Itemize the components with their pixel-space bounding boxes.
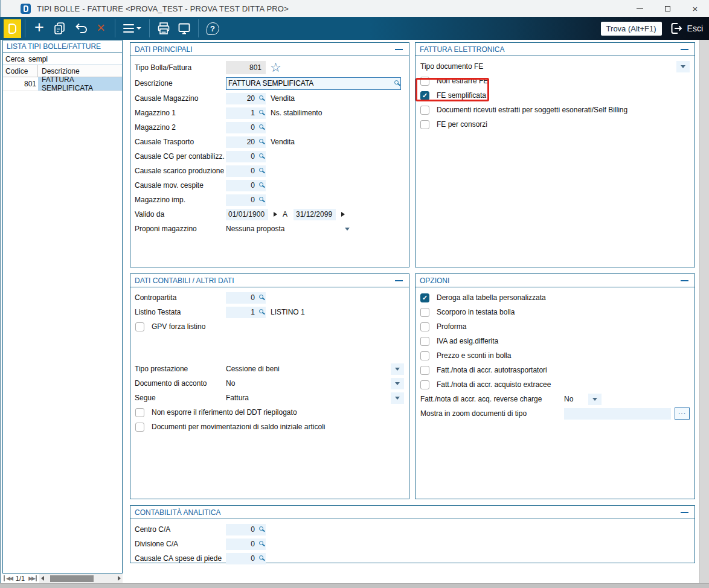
date-picker-arrow-icon[interactable] bbox=[341, 212, 345, 217]
undo-button[interactable] bbox=[70, 19, 91, 38]
segue-dropdown[interactable] bbox=[391, 392, 404, 404]
menu-button[interactable] bbox=[119, 19, 146, 38]
valido-da-field[interactable]: 01/01/1900 bbox=[226, 209, 268, 220]
collapse-button[interactable] bbox=[393, 276, 404, 286]
lookup-icon[interactable] bbox=[259, 197, 263, 201]
exit-button[interactable]: Esci bbox=[669, 21, 703, 36]
collapse-button[interactable] bbox=[679, 508, 690, 517]
magazzino2-field[interactable]: 0 bbox=[226, 122, 266, 133]
minus-icon bbox=[681, 280, 688, 281]
print-button[interactable] bbox=[153, 19, 174, 38]
checkbox-non-estrarre-fe[interactable] bbox=[420, 77, 429, 86]
reverse-charge-dropdown[interactable] bbox=[588, 394, 602, 405]
collapse-button[interactable] bbox=[679, 276, 690, 286]
delete-button[interactable]: × bbox=[91, 19, 111, 38]
last-page-button[interactable]: ▶▶ bbox=[27, 575, 37, 581]
checkbox-label: Fatt./nota di accr. acquisto extracee bbox=[437, 380, 551, 389]
tipo-prestazione-dropdown[interactable] bbox=[391, 363, 404, 375]
minus-icon bbox=[395, 280, 403, 281]
checkbox-scorporo-testata[interactable] bbox=[420, 308, 429, 317]
lookup-icon[interactable] bbox=[259, 309, 263, 313]
lookup-icon[interactable] bbox=[259, 139, 263, 143]
valido-a-field[interactable]: 31/12/2099 bbox=[294, 209, 336, 220]
help-icon: ? bbox=[207, 22, 219, 35]
mostra-zoom-input[interactable] bbox=[564, 408, 671, 420]
search-input[interactable] bbox=[28, 55, 122, 63]
checkbox-fe-per-consorzi[interactable] bbox=[420, 120, 429, 129]
documento-acconto-dropdown[interactable] bbox=[391, 378, 404, 389]
causale-magazzino-field[interactable]: 20 bbox=[226, 93, 266, 104]
causale-ca-field[interactable]: 0 bbox=[226, 553, 266, 564]
lookup-icon[interactable] bbox=[259, 526, 263, 531]
magazzino1-field[interactable]: 1 bbox=[226, 107, 266, 119]
lookup-icon[interactable] bbox=[259, 110, 263, 114]
checkbox-accr-autotrasportatori[interactable] bbox=[420, 366, 429, 375]
table-row[interactable]: 801 FATTURA SEMPLIFICATA bbox=[3, 77, 122, 91]
causale-trasporto-field[interactable]: 20 bbox=[226, 136, 266, 148]
new-button[interactable]: + bbox=[29, 19, 50, 38]
chevron-down-icon bbox=[345, 228, 350, 231]
checkbox-label: FE semplificata bbox=[437, 91, 486, 100]
listino-testata-field[interactable]: 1 bbox=[226, 307, 266, 318]
favorite-star-icon[interactable]: ☆ bbox=[270, 61, 281, 74]
checkbox-gpv-forza-listino[interactable] bbox=[135, 322, 144, 331]
proponi-magazzino-dropdown[interactable] bbox=[341, 223, 354, 235]
app-logo-button[interactable] bbox=[4, 19, 21, 38]
causale-cg-field[interactable]: 0 bbox=[226, 151, 266, 162]
centro-ca-field[interactable]: 0 bbox=[226, 524, 266, 535]
lookup-icon[interactable] bbox=[259, 95, 263, 100]
column-descrizione[interactable]: Descrizione bbox=[38, 67, 122, 75]
lookup-icon[interactable] bbox=[259, 153, 263, 158]
tipo-bolla-field: 801 bbox=[226, 61, 266, 74]
causale-scarico-field[interactable]: 0 bbox=[226, 165, 266, 177]
divisione-ca-field[interactable]: 0 bbox=[226, 538, 266, 550]
checkbox-non-esporre-ddt[interactable] bbox=[135, 408, 144, 417]
lookup-icon[interactable] bbox=[259, 168, 263, 172]
minimize-button[interactable] bbox=[626, 0, 653, 17]
close-button[interactable]: × bbox=[681, 0, 709, 17]
descrizione-input[interactable] bbox=[226, 77, 401, 90]
collapse-button[interactable] bbox=[679, 45, 690, 54]
contropartita-field[interactable]: 0 bbox=[226, 292, 266, 304]
lookup-icon[interactable] bbox=[259, 295, 263, 299]
checkbox-accr-acquisto-extracee[interactable] bbox=[420, 380, 429, 389]
causale-cespite-field[interactable]: 0 bbox=[226, 180, 266, 191]
maximize-button[interactable] bbox=[653, 0, 681, 17]
checkbox-fe-semplificata[interactable] bbox=[420, 91, 429, 100]
field-label: Tipo documento FE bbox=[420, 62, 676, 71]
collapse-button[interactable] bbox=[393, 45, 404, 54]
lookup-icon[interactable] bbox=[259, 541, 263, 545]
lookup-icon[interactable] bbox=[259, 182, 263, 187]
lookup-icon[interactable] bbox=[259, 555, 263, 560]
first-page-button[interactable]: ◀◀ bbox=[4, 575, 13, 581]
help-button[interactable]: ? bbox=[202, 19, 223, 38]
checkbox-proforma[interactable] bbox=[420, 322, 429, 331]
scroll-right-arrow[interactable] bbox=[115, 576, 123, 581]
magazzino-imp-field[interactable]: 0 bbox=[226, 194, 266, 206]
lookup-icon[interactable] bbox=[394, 80, 399, 85]
field-description: Ns. stabilimento bbox=[271, 109, 322, 117]
screen-button[interactable] bbox=[174, 19, 194, 38]
field-label: Causale Trasporto bbox=[135, 138, 226, 146]
field-label: Listino Testata bbox=[135, 308, 226, 316]
checkbox-iva-esig-differita[interactable] bbox=[420, 337, 429, 346]
checkbox-prezzo-sconti-bolla[interactable] bbox=[420, 351, 429, 360]
ellipsis-button[interactable]: ... bbox=[675, 407, 690, 420]
column-codice[interactable]: Codice bbox=[3, 65, 38, 77]
field-label: Causale CG per contabilizz. bbox=[135, 152, 226, 161]
field-description: Vendita bbox=[271, 138, 295, 146]
scroll-left-arrow[interactable] bbox=[39, 576, 47, 581]
section-opzioni: OPZIONI Deroga alla tabella personalizza… bbox=[415, 273, 695, 499]
checkbox-documenti-saldo-iniziale[interactable] bbox=[135, 423, 144, 432]
scrollbar-thumb[interactable] bbox=[50, 575, 94, 582]
checkbox-documenti-ricevuti[interactable] bbox=[420, 106, 429, 115]
horizontal-scrollbar[interactable] bbox=[39, 574, 123, 583]
find-button[interactable]: Trova (Alt+F1) bbox=[601, 22, 662, 36]
checkbox-deroga-tabella[interactable] bbox=[420, 293, 429, 302]
page-indicator: 1/1 bbox=[16, 575, 25, 582]
minimize-icon bbox=[637, 8, 643, 9]
date-picker-arrow-icon[interactable] bbox=[274, 212, 277, 217]
copy-button[interactable] bbox=[50, 19, 70, 38]
tipo-documento-fe-dropdown[interactable] bbox=[676, 61, 690, 72]
lookup-icon[interactable] bbox=[259, 124, 263, 129]
